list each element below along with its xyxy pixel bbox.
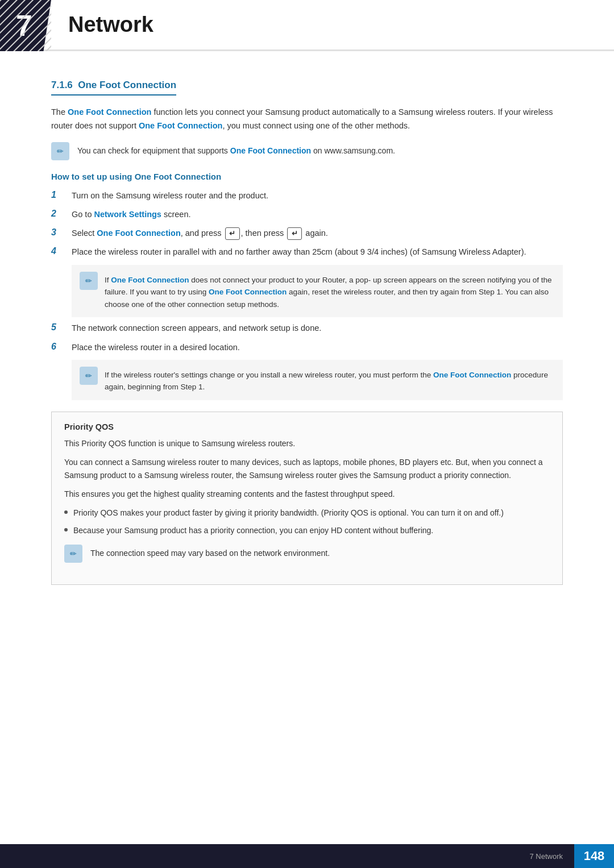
chapter-title: Network [68, 13, 154, 37]
note-icon-1 [51, 142, 69, 160]
note-icon-priority [64, 545, 82, 563]
priority-p3: This ensures you get the highest quality… [64, 488, 550, 501]
button-icon-enter-1 [225, 227, 240, 240]
steps-list-2: 5 The network connection screen appears,… [51, 322, 563, 354]
footer-chapter-ref: 7 Network [529, 852, 574, 861]
bullet-item-2: Because your Samsung product has a prior… [64, 524, 550, 537]
sub-section-heading: How to set up using One Foot Connection [51, 172, 563, 181]
bullet-dot-2 [64, 528, 68, 531]
footer-page-number: 148 [575, 849, 614, 863]
priority-qos-title: Priority QOS [64, 422, 550, 431]
step-5: 5 The network connection screen appears,… [51, 322, 563, 335]
bullet-dot-1 [64, 510, 68, 514]
priority-p1: This Priority QOS function is unique to … [64, 437, 550, 450]
intro-paragraph: The One Foot Connection function lets yo… [51, 106, 563, 133]
priority-bullets: Priority QOS makes your product faster b… [64, 506, 550, 537]
note-box-priority: The connection speed may vary based on t… [64, 545, 550, 563]
step-1-text: Turn on the Samsung wireless router and … [72, 189, 268, 202]
step-4-text: Place the wireless router in parallel wi… [72, 246, 526, 259]
bullet-text-1: Priority QOS makes your product faster b… [73, 506, 504, 519]
svg-rect-1 [0, 0, 51, 51]
note-box-1: You can check for equipment that support… [51, 142, 563, 160]
note-text-priority: The connection speed may vary based on t… [90, 545, 330, 559]
note-text-step6: If the wireless router's settings change… [105, 367, 555, 393]
note-text-step4: If One Foot Connection does not connect … [105, 272, 555, 311]
step-4-num: 4 [51, 246, 64, 256]
bullet-text-2: Because your Samsung product has a prior… [73, 524, 433, 537]
note-text-1: You can check for equipment that support… [77, 142, 395, 157]
step-6: 6 Place the wireless router in a desired… [51, 341, 563, 354]
bullet-item-1: Priority QOS makes your product faster b… [64, 506, 550, 519]
priority-p2: You can connect a Samsung wireless route… [64, 456, 550, 482]
step-1: 1 Turn on the Samsung wireless router an… [51, 189, 563, 202]
chapter-header: 7 Network [0, 0, 614, 51]
note-box-step6: If the wireless router's settings change… [72, 360, 563, 400]
step-3: 3 Select One Foot Connection, and press … [51, 227, 563, 240]
step-6-text: Place the wireless router in a desired l… [72, 341, 240, 354]
page-footer: 7 Network 148 [0, 844, 614, 868]
note-icon-step6 [80, 367, 98, 385]
steps-list: 1 Turn on the Samsung wireless router an… [51, 189, 563, 259]
chapter-title-block: Network [51, 0, 154, 49]
step-5-num: 5 [51, 322, 64, 333]
note-box-step4: If One Foot Connection does not connect … [72, 265, 563, 318]
main-content: 7.1.6 One Foot Connection The One Foot C… [0, 74, 614, 642]
priority-qos-box: Priority QOS This Priority QOS function … [51, 412, 563, 585]
step-2-num: 2 [51, 208, 64, 219]
step-5-text: The network connection screen appears, a… [72, 322, 321, 335]
step-3-num: 3 [51, 227, 64, 238]
step-2-text: Go to Network Settings screen. [72, 208, 191, 221]
step-3-text: Select One Foot Connection, and press , … [72, 227, 328, 240]
footer-page-number-block: 148 [574, 844, 614, 868]
step-6-num: 6 [51, 341, 64, 352]
section-heading: 7.1.6 One Foot Connection [51, 80, 176, 95]
step-1-num: 1 [51, 189, 64, 200]
step-4: 4 Place the wireless router in parallel … [51, 246, 563, 259]
step-2: 2 Go to Network Settings screen. [51, 208, 563, 221]
note-icon-step4 [80, 272, 98, 290]
diagonal-stripes [0, 0, 51, 51]
button-icon-enter-2 [287, 227, 302, 240]
